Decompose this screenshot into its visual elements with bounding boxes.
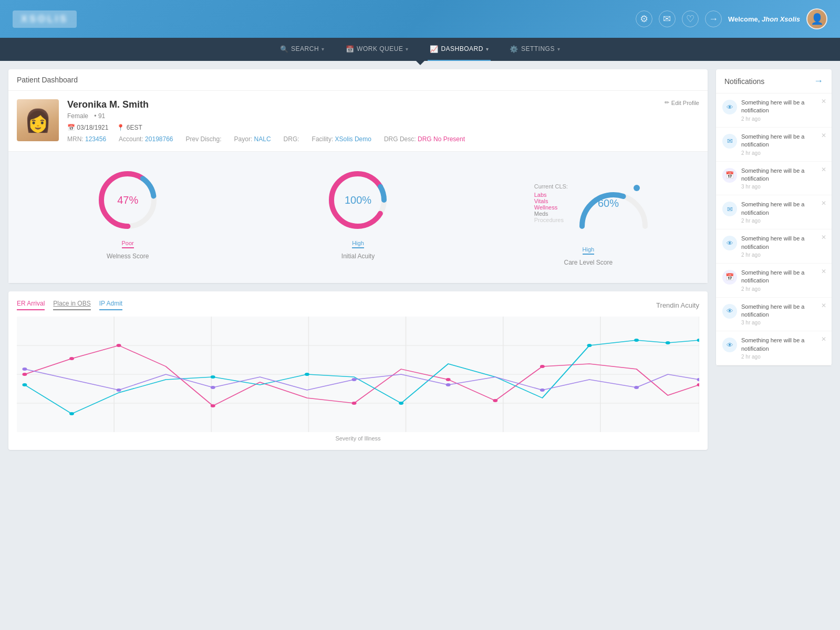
chart-area: [17, 317, 699, 432]
nav-item-search[interactable]: 🔍 SEARCH ▾: [278, 38, 327, 61]
logo: XSOLIS: [13, 10, 77, 28]
trending-card: ER Arrival Place in OBS IP Admit Trendin…: [8, 291, 708, 450]
notif-time-6: 3 hr ago: [741, 320, 825, 326]
notifications-arrow[interactable]: →: [814, 76, 823, 87]
settings-nav-icon: ⚙️: [510, 45, 518, 53]
trend-tabs: ER Arrival Place in OBS IP Admit: [17, 300, 122, 310]
notif-item-5: 📅 Something here will be a notification …: [716, 264, 832, 298]
notif-icon-calendar-5: 📅: [722, 270, 737, 285]
acuity-status: High: [352, 240, 364, 248]
nav-item-settings[interactable]: ⚙️ SETTINGS ▾: [507, 38, 562, 61]
svg-point-33: [666, 341, 670, 344]
notif-close-7[interactable]: ✕: [821, 335, 826, 343]
card-header: Patient Dashboard: [8, 69, 708, 91]
workqueue-nav-icon: 📅: [346, 45, 355, 53]
svg-point-17: [22, 373, 27, 376]
edit-profile-button[interactable]: ✏ Edit Profile: [665, 99, 699, 106]
notif-msg-1: Something here will be a notification: [741, 133, 825, 149]
notif-time-4: 2 hr ago: [741, 252, 825, 258]
top-header: XSOLIS ⚙ ✉ ♡ → Welcome, Jhon Xsolis 👤: [0, 0, 840, 38]
svg-point-22: [446, 378, 451, 381]
trend-tab-place-obs[interactable]: Place in OBS: [53, 300, 90, 310]
care-level-score-card: Current CLS: Labs Vitals Wellness Meds P…: [478, 160, 699, 275]
svg-point-42: [697, 378, 699, 381]
svg-point-32: [634, 339, 639, 342]
notifications-panel: Notifications → 👁 Something here will be…: [716, 69, 832, 365]
dashboard-nav-icon: 📈: [430, 45, 439, 53]
scores-grid: 47% Poor Welness Score 100%: [8, 151, 708, 283]
search-nav-icon: 🔍: [280, 45, 289, 53]
svg-point-28: [211, 375, 215, 379]
notif-close-0[interactable]: ✕: [821, 98, 826, 105]
notif-close-3[interactable]: ✕: [821, 200, 826, 207]
svg-point-29: [305, 373, 309, 376]
svg-point-41: [634, 386, 639, 389]
notif-item-6: 👁 Something here will be a notification …: [716, 298, 832, 332]
notif-time-0: 2 hr ago: [741, 116, 825, 122]
svg-point-26: [22, 383, 27, 386]
notif-msg-4: Something here will be a notification: [741, 235, 825, 251]
acuity-score-card: 100% High Initial Acuity: [247, 160, 469, 275]
notifications-title: Notifications: [724, 77, 764, 86]
notif-time-1: 2 hr ago: [741, 150, 825, 156]
notif-item-3: ✉ Something here will be a notification …: [716, 195, 832, 229]
patient-demographics: Female • 91: [67, 112, 699, 120]
wellness-score-card: 47% Poor Welness Score: [17, 160, 238, 275]
patient-name: Veronika M. Smith: [67, 99, 699, 110]
notif-item-1: ✉ Something here will be a notification …: [716, 128, 832, 162]
cls-meds: Meds: [534, 211, 568, 217]
svg-point-38: [352, 378, 357, 381]
svg-point-23: [493, 399, 497, 402]
trending-header: ER Arrival Place in OBS IP Admit Trendin…: [17, 300, 699, 310]
patient-details: Veronika M. Smith Female • 91 📅 03/18/19…: [67, 99, 699, 143]
notif-close-1[interactable]: ✕: [821, 132, 826, 139]
patient-photo: 👩: [17, 99, 59, 141]
notif-icon-eye-4: 👁: [722, 236, 737, 250]
svg-point-40: [540, 388, 545, 392]
wellness-circle: 47%: [96, 169, 159, 232]
notif-icon-email-3: ✉: [722, 202, 737, 216]
notif-msg-2: Something here will be a notification: [741, 167, 825, 183]
notif-close-6[interactable]: ✕: [821, 302, 826, 309]
trend-tab-er-arrival[interactable]: ER Arrival: [17, 300, 45, 310]
svg-point-31: [587, 344, 592, 347]
notifications-header: Notifications →: [716, 69, 832, 93]
patient-info: 👩 Veronika M. Smith Female • 91 📅 03/18/…: [8, 91, 708, 151]
notif-item-4: 👁 Something here will be a notification …: [716, 229, 832, 264]
svg-point-19: [117, 344, 121, 347]
care-level-circle: 60%: [574, 169, 642, 232]
nav-arrow: [416, 61, 424, 65]
care-level-label: Care Level Score: [564, 259, 613, 266]
cls-title: Current CLS:: [534, 183, 568, 190]
svg-point-6: [634, 185, 640, 191]
svg-point-21: [352, 402, 357, 405]
notif-item-0: 👁 Something here will be a notification …: [716, 93, 832, 128]
avatar-image: 👤: [807, 9, 826, 28]
svg-point-36: [117, 388, 121, 392]
notif-time-2: 3 hr ago: [741, 184, 825, 190]
heart-icon[interactable]: ♡: [682, 10, 699, 27]
notif-msg-6: Something here will be a notification: [741, 303, 825, 319]
cls-procedures: Procedures: [534, 217, 568, 223]
svg-point-39: [446, 383, 451, 386]
notif-time-3: 2 hr ago: [741, 218, 825, 224]
acuity-value: 100%: [345, 194, 371, 206]
header-right: ⚙ ✉ ♡ → Welcome, Jhon Xsolis 👤: [636, 8, 827, 29]
notif-time-5: 2 hr ago: [741, 286, 825, 292]
mail-icon[interactable]: ✉: [659, 10, 676, 27]
nav-item-workqueue[interactable]: 📅 WORK QUEUE ▾: [344, 38, 411, 61]
logout-icon[interactable]: →: [705, 10, 722, 27]
svg-point-27: [69, 412, 74, 415]
trend-tab-ip-admit[interactable]: IP Admit: [99, 300, 122, 310]
svg-point-18: [69, 357, 74, 360]
settings-icon[interactable]: ⚙: [636, 10, 652, 27]
notif-close-5[interactable]: ✕: [821, 268, 826, 275]
trending-title: Trendin Acuity: [656, 301, 699, 309]
notif-close-4[interactable]: ✕: [821, 234, 826, 241]
notif-close-2[interactable]: ✕: [821, 166, 826, 173]
main-layout: Patient Dashboard 👩 Veronika M. Smith Fe…: [0, 61, 840, 630]
care-level-value: 60%: [598, 197, 619, 209]
nav-item-dashboard[interactable]: 📈 DASHBOARD ▾: [428, 38, 491, 61]
care-level-status: High: [583, 246, 595, 255]
notif-time-7: 2 hr ago: [741, 354, 825, 360]
